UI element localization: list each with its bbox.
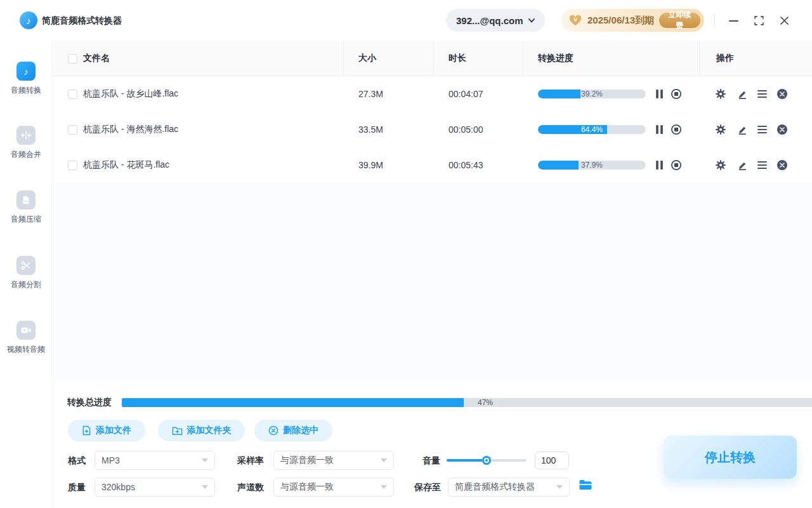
caret-down-icon: [381, 458, 387, 462]
save-to-select[interactable]: 简鹿音频格式转换器: [448, 478, 570, 497]
sidebar-item-audio-convert[interactable]: ♪ 音频转换: [0, 62, 52, 96]
vip-expiry-date: 2025/06/13到期: [587, 15, 654, 27]
total-progress-percent: 47%: [122, 398, 812, 407]
detail-menu-icon[interactable]: [756, 159, 768, 171]
progress-percent-label: 39.2%: [538, 90, 646, 98]
channels-select[interactable]: 与源音频一致: [273, 478, 394, 497]
circle-x-icon: [268, 425, 278, 436]
col-progress: 转换进度: [538, 41, 573, 76]
select-all-checkbox[interactable]: [68, 41, 77, 76]
table-row: 杭盖乐队 - 故乡山峰.flac 27.3M 00:04:07 39.2%: [52, 76, 812, 112]
folder-plus-icon: [172, 426, 183, 436]
col-duration: 时长: [449, 41, 466, 76]
sidebar-item-audio-split[interactable]: 音频分割: [0, 256, 52, 290]
open-folder-button[interactable]: [577, 478, 594, 493]
remove-file-icon[interactable]: [776, 159, 788, 171]
sample-rate-label: 采样率: [237, 455, 264, 467]
remove-file-icon[interactable]: [776, 124, 788, 135]
table-header: 文件名 大小 时长 转换进度 操作: [52, 41, 812, 76]
sidebar-nav: ♪ 音频转换 音频合并 音频压缩: [0, 41, 52, 508]
stop-button[interactable]: [671, 124, 682, 135]
file-duration: 00:04:07: [449, 76, 483, 112]
maximize-button[interactable]: [752, 13, 766, 27]
table-row: 杭盖乐队 - 花斑马.flac 39.9M 00:05:43 37.9%: [52, 147, 812, 183]
titlebar-separator: [714, 14, 715, 27]
row-checkbox[interactable]: [68, 76, 77, 112]
col-filename: 文件名: [83, 41, 110, 76]
edit-pen-icon[interactable]: [737, 159, 748, 171]
progress-percent-label: 64.4%: [538, 125, 646, 134]
vip-heart-icon: V: [568, 14, 582, 27]
row-progress-bar: 64.4%: [538, 125, 646, 134]
add-folder-button[interactable]: 添加文件夹: [158, 420, 245, 441]
video-icon: [16, 321, 36, 340]
scissors-icon: [16, 256, 36, 275]
volume-label: 音量: [422, 455, 440, 467]
detail-menu-icon[interactable]: [756, 88, 768, 100]
sample-rate-select[interactable]: 与源音频一致: [273, 451, 394, 470]
chevron-down-icon: [528, 18, 535, 23]
format-select[interactable]: MP3: [95, 451, 215, 470]
sidebar-item-video-to-audio[interactable]: 视频转音频: [0, 321, 52, 355]
volume-slider[interactable]: [447, 451, 527, 470]
app-window: ♪ 简鹿音频格式转换器 392...@qq.com V 2025/06/13到期…: [0, 0, 812, 508]
total-progress-label: 转换总进度: [67, 397, 112, 408]
stop-button[interactable]: [671, 159, 682, 171]
caret-down-icon: [202, 485, 208, 489]
file-duration: 00:05:43: [449, 147, 483, 183]
delete-selected-button[interactable]: 删除选中: [254, 420, 332, 441]
app-title: 简鹿音频格式转换器: [42, 15, 122, 27]
edit-pen-icon[interactable]: [737, 88, 748, 100]
row-checkbox[interactable]: [68, 112, 77, 147]
table-row: 杭盖乐队 - 海然海然.flac 33.5M 00:05:00 64.4%: [52, 112, 812, 147]
caret-down-icon: [381, 485, 387, 489]
settings-gear-icon[interactable]: [715, 124, 726, 135]
settings-gear-icon[interactable]: [715, 88, 726, 100]
stop-conversion-button[interactable]: 停止转换: [664, 436, 797, 479]
minimize-button[interactable]: [726, 13, 740, 27]
file-name: 杭盖乐队 - 故乡山峰.flac: [83, 76, 178, 112]
app-logo-icon: ♪: [20, 11, 37, 29]
music-note-icon: ♪: [16, 62, 36, 81]
row-progress-bar: 39.2%: [538, 90, 646, 98]
remove-file-icon[interactable]: [776, 88, 788, 100]
row-checkbox[interactable]: [68, 147, 77, 183]
account-email: 392...@qq.com: [456, 15, 523, 26]
close-button[interactable]: [777, 13, 791, 27]
volume-input[interactable]: [535, 451, 569, 469]
file-size: 33.5M: [358, 112, 383, 147]
total-progress-bar: 47%: [122, 398, 812, 407]
pause-button[interactable]: [653, 159, 665, 171]
stop-button[interactable]: [671, 88, 682, 100]
slider-thumb[interactable]: [482, 456, 491, 465]
quality-select[interactable]: 320kbps: [95, 478, 215, 497]
titlebar: ♪ 简鹿音频格式转换器 392...@qq.com V 2025/06/13到期…: [0, 0, 812, 41]
sidebar-item-audio-compress[interactable]: 音频压缩: [0, 190, 52, 225]
add-file-button[interactable]: 添加文件: [68, 420, 145, 441]
row-progress-bar: 37.9%: [538, 161, 646, 170]
settings-gear-icon[interactable]: [715, 159, 726, 171]
pause-button[interactable]: [653, 88, 665, 100]
footer-panel: 转换总进度 47% 添加文件 添加文件夹 删除选中 格式: [52, 380, 812, 508]
vip-status-badge: V 2025/06/13到期 立即续费: [561, 9, 704, 32]
file-size: 27.3M: [358, 76, 383, 112]
edit-pen-icon[interactable]: [737, 124, 748, 135]
caret-down-icon: [202, 458, 208, 462]
folder-icon: [579, 479, 593, 491]
col-size: 大小: [358, 41, 376, 76]
caret-down-icon: [556, 485, 563, 489]
account-dropdown[interactable]: 392...@qq.com: [446, 9, 545, 32]
progress-percent-label: 37.9%: [538, 161, 646, 170]
sidebar-item-audio-merge[interactable]: 音频合并: [0, 126, 52, 160]
quality-label: 质量: [68, 482, 86, 493]
pause-button[interactable]: [653, 124, 665, 135]
renew-now-button[interactable]: 立即续费: [659, 13, 700, 28]
col-actions: 操作: [716, 41, 734, 76]
file-size: 39.9M: [358, 147, 383, 183]
file-name: 杭盖乐队 - 花斑马.flac: [83, 147, 169, 183]
channels-label: 声道数: [237, 482, 264, 493]
file-duration: 00:05:00: [449, 112, 483, 147]
detail-menu-icon[interactable]: [756, 124, 768, 135]
file-plus-icon: [82, 425, 91, 436]
file-name: 杭盖乐队 - 海然海然.flac: [83, 112, 178, 147]
